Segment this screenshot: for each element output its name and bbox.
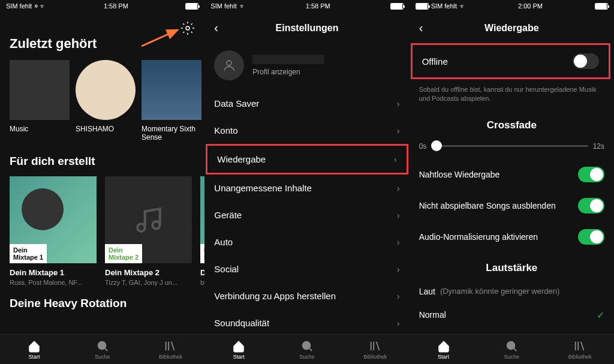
gapless-toggle[interactable] [578,167,604,182]
profile-link: Profil anzeigen [252,68,399,76]
recently-played-row: Music SHISHAMO Momentary Sixth Sense [0,60,204,142]
settings-item-data-saver[interactable]: Data Saver› [204,90,409,117]
clock: 1:58 PM [104,2,128,10]
tab-library[interactable]: Bibliothek [341,335,410,364]
settings-item-social[interactable]: Social› [204,255,409,282]
heavy-rotation-title: Deine Heavy Rotation [0,286,204,318]
svg-point-0 [186,26,189,30]
chevron-right-icon: › [397,183,400,193]
chevron-right-icon: › [397,99,400,109]
album-item[interactable]: SHISHAMO [76,60,136,142]
settings-item-car[interactable]: Auto› [204,228,409,255]
volume-normal[interactable]: Normal✓ [410,303,614,327]
wifi-icon: ᯤ [239,2,246,10]
chevron-right-icon: › [394,155,397,164]
tab-library[interactable]: Bibliothek [137,335,205,364]
status-bar: SIM fehlt ◉ ᯤ 1:58 PM [0,0,204,12]
chevron-right-icon: › [397,126,400,136]
svg-point-6 [507,341,515,349]
settings-item-account[interactable]: Konto› [204,117,409,144]
chevron-right-icon: › [397,237,400,247]
chevron-right-icon: › [397,291,400,301]
volume-title: Lautstärke [410,252,614,280]
offline-help: Sobald du offline bist, kannst du nur he… [410,82,614,110]
settings-list: Data Saver› Konto› Wiedergabe› Unangemes… [204,90,409,334]
profile-row[interactable]: Profil anzeigen [204,41,409,90]
clock: 1:58 PM [306,2,330,10]
offline-toggle-row: Offline [411,43,610,79]
avatar-icon [214,50,244,80]
tab-home[interactable]: Start [410,335,478,364]
made-for-you-title: Für dich erstellt [0,142,204,176]
battery-icon [416,3,429,10]
settings-title: Einstellungen [276,23,339,34]
volume-loud[interactable]: Laut(Dynamik könnte geringer werden) [410,280,614,303]
settings-gear-icon[interactable] [180,21,195,35]
wifi-icon: ◉ ᯤ [34,2,46,10]
tab-library[interactable]: Bibliothek [546,335,614,364]
album-item[interactable]: Momentary Sixth Sense [142,60,201,142]
settings-item-explicit[interactable]: Unangemessene Inhalte› [204,175,409,201]
wifi-icon: ᯤ [459,2,466,10]
settings-item-playback[interactable]: Wiedergabe› [206,144,408,175]
normalize-toggle-row: Audio-Normalisierung aktivieren [410,221,614,252]
tab-home[interactable]: Start [204,335,273,364]
playlist-item[interactable]: Dein Mixtape 2 Dein Mixtape 2 Tizzy T, G… [105,176,192,286]
svg-point-4 [98,341,106,349]
album-item[interactable]: Music [10,60,70,142]
playlist-item[interactable]: Dein Mixtape 1 Dein Mixtape 1 Russ, Post… [10,176,97,286]
tab-search[interactable]: Suche [68,335,137,364]
crossfade-slider[interactable] [431,145,588,147]
back-button[interactable]: ‹ [214,21,218,35]
offline-toggle[interactable] [573,53,599,69]
battery-icon [390,3,404,10]
settings-screen: SIM fehltᯤ 1:58 PM ‹ Einstellungen Profi… [204,0,409,364]
normalize-toggle[interactable] [578,229,604,245]
chevron-right-icon: › [397,210,400,220]
tab-search[interactable]: Suche [477,335,546,364]
chevron-right-icon: › [397,264,400,274]
status-bar: SIM fehltᯤ 1:58 PM [204,0,409,12]
svg-point-5 [303,341,311,349]
hide-unplayable-toggle[interactable] [578,198,604,213]
hide-unplayable-toggle-row: Nicht abspielbare Songs ausblenden [410,190,614,221]
settings-item-apps[interactable]: Verbindung zu Apps herstellen› [204,282,409,309]
offline-label: Offline [422,56,448,67]
recently-played-title: Zuletzt gehört [0,30,204,60]
gapless-toggle-row: Nahtlose Wiedergabe [410,159,614,190]
tab-home[interactable]: Start [0,335,68,364]
battery-icon [595,3,608,10]
playback-title: Wiedergabe [484,23,539,34]
settings-item-devices[interactable]: Geräte› [204,201,409,228]
chevron-right-icon: › [397,318,400,328]
status-bar: SIM fehltᯤ 2:00 PM [410,0,614,12]
playlist-row: Dein Mixtape 1 Dein Mixtape 1 Russ, Post… [0,176,204,286]
profile-name-redacted [252,55,324,64]
svg-point-3 [227,61,231,65]
checkmark-icon: ✓ [597,309,604,321]
playlist-item[interactable]: D M Dein blacl [200,176,204,286]
clock: 2:00 PM [518,2,543,10]
tab-bar: Start Suche Bibliothek Start Suche Bibli… [0,334,614,364]
crossfade-title: Crossfade [410,110,614,137]
home-screen: SIM fehlt ◉ ᯤ 1:58 PM Zuletzt gehört Mus… [0,0,204,364]
tab-search[interactable]: Suche [273,335,341,364]
back-button[interactable]: ‹ [419,21,423,35]
crossfade-slider-row: 0s 12s [410,137,614,159]
sim-status: SIM fehlt [6,2,32,10]
settings-item-quality[interactable]: Soundqualität› [204,309,409,334]
playback-screen: SIM fehltᯤ 2:00 PM ‹ Wiedergabe Offline … [410,0,614,364]
battery-icon [185,3,198,10]
